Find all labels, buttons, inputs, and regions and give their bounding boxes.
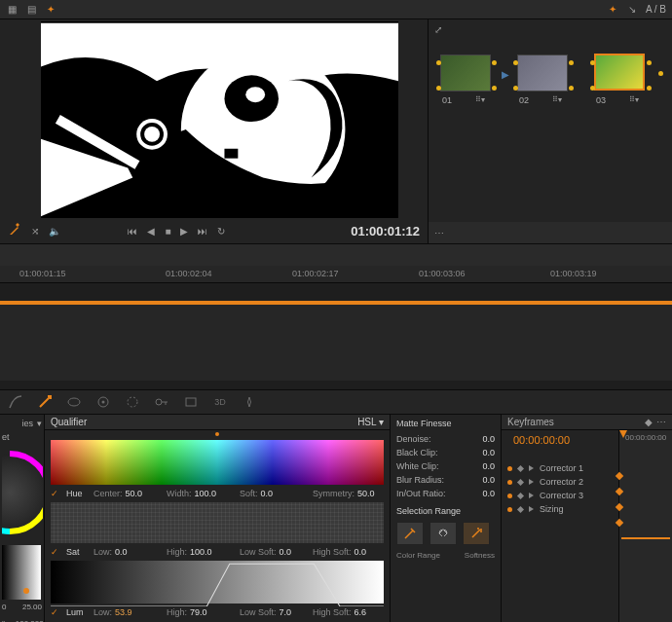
- matte-title: Matte Finesse: [396, 419, 495, 428]
- wheel-zero: 0: [2, 603, 6, 611]
- ab-compare-label[interactable]: A / B: [646, 4, 666, 15]
- last-frame-icon[interactable]: ⏭: [198, 226, 207, 237]
- curves-icon[interactable]: [8, 394, 23, 410]
- expand-icon[interactable]: [529, 493, 534, 498]
- diamond-icon[interactable]: [517, 464, 524, 471]
- whiteclip-value[interactable]: 0.0: [482, 461, 495, 471]
- expand-icon[interactable]: [529, 465, 534, 471]
- lum-high[interactable]: 79.0: [190, 607, 207, 617]
- color-wheel[interactable]: [2, 444, 43, 541]
- node-graph[interactable]: 01 ⠿▾ ▶ 02 ⠿▾ 03 ⠿▾: [429, 39, 672, 222]
- effects-toolbar: ⋯: [429, 222, 672, 243]
- invert-button[interactable]: [429, 522, 457, 545]
- shuffle-icon[interactable]: ⤨: [31, 226, 39, 237]
- svg-point-13: [156, 399, 162, 405]
- expand-icon[interactable]: [529, 479, 534, 485]
- viewer-top-toolbar: ▦ ▤ ✦ ✦ ↘ A / B: [0, 0, 672, 19]
- node-menu-icon[interactable]: ⠿▾: [552, 95, 562, 104]
- hue-symmetry[interactable]: 50.0: [357, 489, 375, 498]
- sat-lowsoft[interactable]: 0.0: [280, 547, 292, 557]
- sat-low[interactable]: 0.0: [115, 547, 128, 557]
- lum-highsoft[interactable]: 6.6: [355, 607, 367, 617]
- play-reverse-icon[interactable]: ◀: [147, 226, 155, 237]
- sat-highsoft[interactable]: 0.0: [355, 547, 367, 557]
- diamond-icon[interactable]: [517, 492, 524, 498]
- selection-range-title: Selection Range: [396, 506, 495, 516]
- keyframe-marker[interactable]: [616, 519, 623, 527]
- lum-low[interactable]: 53.9: [115, 607, 132, 617]
- matte-finesse-panel: Matte Finesse Denoise:0.0 Black Clip:0.0…: [391, 415, 502, 622]
- hue-spectrum[interactable]: [51, 440, 384, 485]
- qualifier-title: Qualifier: [51, 417, 87, 427]
- node-id: 01: [442, 95, 452, 105]
- node-thumb[interactable]: [594, 54, 645, 91]
- node-thumb[interactable]: [440, 55, 491, 91]
- node-overlay-icon[interactable]: ✦: [607, 4, 618, 16]
- qualifier-mode[interactable]: HSL: [357, 417, 376, 427]
- timeline-ruler[interactable]: 01:00:01:15 01:00:02:04 01:00:02:17 01:0…: [0, 266, 672, 283]
- motion-icon[interactable]: [242, 394, 257, 410]
- sizing-icon[interactable]: [183, 394, 199, 410]
- loop-icon[interactable]: ↻: [217, 226, 225, 237]
- sat-high[interactable]: 100.0: [190, 547, 212, 557]
- qualifier-icon[interactable]: [37, 394, 53, 410]
- stop-icon[interactable]: ■: [165, 226, 170, 237]
- 3d-icon[interactable]: 3D: [212, 394, 228, 410]
- hue-center[interactable]: 50.0: [126, 489, 143, 498]
- hue-enable-check[interactable]: ✓: [51, 489, 64, 498]
- picker-icon[interactable]: [8, 223, 21, 238]
- node-menu-icon[interactable]: ⠿▾: [629, 95, 639, 104]
- sat-label: Sat: [66, 547, 92, 557]
- kf-icon[interactable]: ◆: [645, 417, 653, 427]
- color-range-label: Color Range: [396, 551, 440, 560]
- highlight-icon[interactable]: ✦: [45, 4, 56, 16]
- hue-row: ✓ Hue Center:50.0 Width:100.0 Soft:0.0 S…: [45, 487, 390, 500]
- blur-icon[interactable]: [125, 394, 140, 410]
- lum-graph[interactable]: [51, 561, 384, 604]
- hue-soft[interactable]: 0.0: [261, 489, 274, 498]
- diamond-icon[interactable]: [517, 505, 524, 512]
- sat-graph[interactable]: [51, 502, 384, 543]
- first-frame-icon[interactable]: ⏮: [128, 226, 137, 237]
- mute-icon[interactable]: 🔈: [49, 226, 60, 237]
- timeline-tracks[interactable]: [0, 305, 672, 381]
- hue-width[interactable]: 100.0: [195, 489, 217, 498]
- wand-button[interactable]: [463, 522, 490, 545]
- icon[interactable]: ⋯: [434, 228, 444, 238]
- lum-label: Lum: [66, 607, 92, 617]
- viewer-timecode[interactable]: 01:00:01:12: [351, 224, 420, 238]
- tracker-icon[interactable]: [95, 394, 111, 410]
- lum-lowsoft[interactable]: 7.0: [280, 607, 292, 617]
- ruler-tick: 01:00:03:06: [419, 269, 466, 278]
- stack-icon[interactable]: ▤: [25, 4, 37, 16]
- node-menu-icon[interactable]: ⠿▾: [475, 95, 485, 104]
- wheel-value[interactable]: 25.00: [22, 603, 42, 611]
- diamond-icon[interactable]: [517, 478, 524, 485]
- grid-icon[interactable]: ▦: [6, 4, 18, 16]
- blackclip-value[interactable]: 0.0: [482, 448, 495, 457]
- connector-arrow-icon: ▶: [502, 69, 509, 80]
- expand-icon[interactable]: [529, 506, 534, 512]
- matte-label: Blur Radius:: [396, 475, 444, 485]
- sat-enable-check[interactable]: ✓: [51, 547, 64, 557]
- wheel-slider[interactable]: [2, 545, 41, 600]
- viewer-image[interactable]: [41, 21, 398, 218]
- play-icon[interactable]: ▶: [180, 226, 188, 237]
- qualifier-panel: Qualifier HSL ▾ ✓ Hue Center:50.0 Width:…: [45, 415, 391, 622]
- ruler-tick: 01:00:01:15: [19, 269, 66, 278]
- keyframe-timeline[interactable]: 00:00:00:00: [618, 430, 672, 622]
- node-thumb[interactable]: [517, 55, 568, 91]
- kf-icon[interactable]: ⋯: [656, 417, 666, 427]
- blurradius-value[interactable]: 0.0: [482, 475, 495, 485]
- expand-icon[interactable]: ⤢: [434, 24, 442, 35]
- arrow-icon[interactable]: ↘: [626, 4, 638, 16]
- picker-button[interactable]: [396, 522, 424, 545]
- key-icon[interactable]: [154, 394, 169, 410]
- lum-enable-check[interactable]: ✓: [51, 607, 64, 617]
- window-icon[interactable]: [66, 394, 82, 410]
- indicator-dot: [215, 432, 219, 436]
- keyframes-title: Keyframes: [507, 417, 554, 427]
- inout-value[interactable]: 0.0: [482, 489, 495, 498]
- ruler-tick: 01:00:03:19: [550, 269, 597, 278]
- denoise-value[interactable]: 0.0: [482, 434, 495, 444]
